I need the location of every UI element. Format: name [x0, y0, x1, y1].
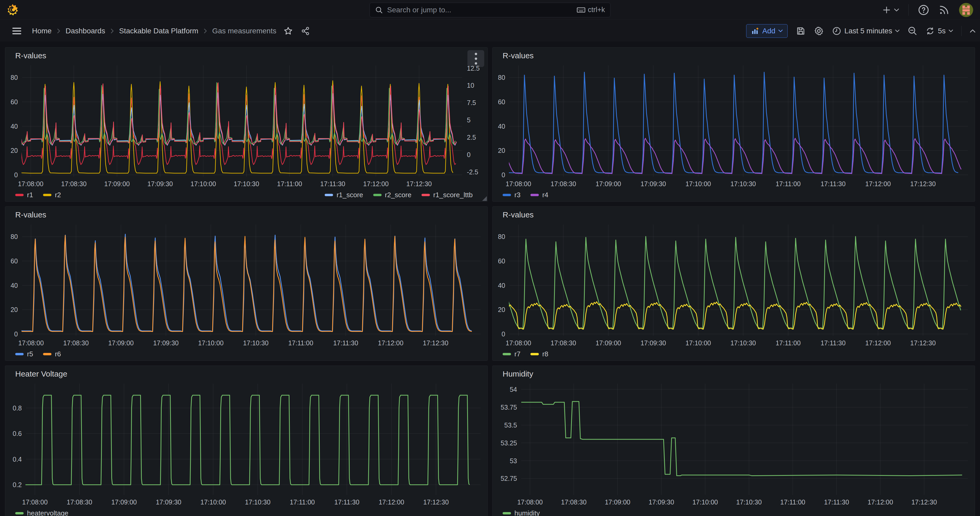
legend-label: humidity [514, 509, 540, 516]
legend-label: r1_score_lttb [433, 191, 473, 199]
legend-swatch [15, 512, 24, 514]
star-icon[interactable] [284, 27, 293, 35]
y-right-tick-label: 7.5 [467, 99, 476, 106]
legend-label: r1 [27, 191, 33, 199]
collapse-up-icon[interactable] [970, 29, 975, 33]
x-tick-label: 17:08:00 [517, 498, 543, 506]
legend-item-r6[interactable]: r6 [43, 350, 61, 358]
news-rss-icon[interactable] [939, 5, 950, 16]
breadcrumb-folder[interactable]: Stackable Data Platform [119, 27, 199, 35]
y-tick-label: 20 [11, 306, 18, 313]
legend-item-r7[interactable]: r7 [503, 350, 520, 358]
resize-handle[interactable] [482, 196, 487, 201]
series-line-r6[interactable] [21, 236, 472, 332]
series-line-r5[interactable] [20, 234, 472, 331]
help-icon[interactable] [918, 5, 929, 16]
breadcrumb: Home Dashboards Stackable Data Platform … [32, 27, 276, 35]
chart-canvas-heater-voltage[interactable]: 0.20.40.60.817:08:0017:08:3017:09:0017:0… [5, 379, 487, 508]
add-panel-icon [751, 27, 759, 35]
legend-item-r1[interactable]: r1 [15, 191, 33, 199]
time-range-picker[interactable]: Last 5 minutes [832, 27, 899, 35]
chevron-down-icon [895, 29, 899, 32]
series-line-r1[interactable] [19, 94, 456, 165]
x-tick-label: 17:12:00 [379, 498, 404, 506]
x-tick-label: 17:08:30 [550, 339, 576, 347]
new-button[interactable] [882, 5, 899, 14]
panel-title[interactable]: R-values [15, 51, 46, 60]
legend-item-r1_score_lttb[interactable]: r1_score_lttb [422, 191, 473, 199]
x-tick-label: 17:09:00 [595, 180, 621, 188]
x-tick-label: 17:12:00 [868, 498, 893, 506]
legend-item-r4[interactable]: r4 [530, 191, 548, 199]
panel-title[interactable]: R-values [503, 210, 534, 219]
x-tick-label: 17:12:00 [865, 339, 891, 347]
legend-swatch [503, 512, 511, 514]
grafana-logo[interactable] [6, 3, 19, 17]
y-right-tick-label: -2.5 [467, 168, 478, 176]
x-tick-label: 17:12:30 [406, 180, 432, 188]
x-tick-label: 17:10:30 [736, 498, 762, 506]
series-line-r1_score_lttb[interactable] [20, 83, 457, 145]
breadcrumb-dashboards[interactable]: Dashboards [65, 27, 105, 35]
share-icon[interactable] [301, 27, 310, 35]
chart-canvas-r-values[interactable]: 02040608017:08:0017:08:3017:09:0017:09:3… [493, 61, 975, 190]
time-range-label: Last 5 minutes [844, 27, 892, 35]
chart-canvas-humidity[interactable]: 52.755353.2553.553.755417:08:0017:08:301… [493, 379, 975, 508]
series-line-r7[interactable] [507, 236, 961, 328]
legend-item-r3[interactable]: r3 [503, 191, 520, 199]
panel-title[interactable]: R-values [15, 210, 46, 219]
x-tick-label: 17:08:30 [61, 180, 87, 188]
legend-item-r8[interactable]: r8 [530, 350, 548, 358]
legend-item-heatervoltage[interactable]: heatervoltage [15, 509, 68, 516]
gridlines [509, 65, 968, 177]
legend-item-r5[interactable]: r5 [15, 350, 33, 358]
chart-canvas-r-values[interactable]: 02040608017:08:0017:08:3017:09:0017:09:3… [493, 220, 975, 349]
legend-label: r3 [514, 191, 520, 199]
legend-item-humidity[interactable]: humidity [503, 509, 540, 516]
x-tick-label: 17:11:00 [277, 180, 302, 188]
legend-label: r8 [542, 350, 548, 358]
chevron-down-icon [778, 29, 783, 32]
panel-title[interactable]: Heater Voltage [15, 369, 67, 378]
series-line-heatervoltage[interactable] [23, 395, 469, 485]
y-tick-label: 0 [14, 171, 18, 178]
panel-title[interactable]: R-values [503, 51, 534, 60]
x-tick-label: 17:10:30 [243, 339, 269, 347]
zoom-out-icon[interactable] [908, 26, 917, 36]
chart-canvas-r-values[interactable]: 02040608017:08:0017:08:3017:09:0017:09:3… [5, 220, 487, 349]
legend-item-r2[interactable]: r2 [43, 191, 61, 199]
avatar[interactable] [959, 3, 973, 17]
save-icon[interactable] [796, 26, 805, 36]
panel-r-values-2: R-values02040608017:08:0017:08:3017:09:0… [5, 206, 488, 361]
series-line-humidity[interactable] [521, 401, 962, 476]
refresh-picker[interactable]: 5s [926, 27, 953, 35]
legend-item-r1_score[interactable]: r1_score [325, 191, 363, 199]
legend-item-r2_score[interactable]: r2_score [373, 191, 412, 199]
x-tick-label: 17:08:00 [22, 498, 48, 506]
y-right-tick-label: 2.5 [467, 134, 476, 141]
x-tick-label: 17:12:30 [911, 498, 937, 506]
legend-label: r5 [27, 350, 33, 358]
refresh-icon [926, 27, 935, 35]
clock-icon [832, 27, 841, 35]
y-tick-label: 53.5 [504, 422, 517, 429]
menu-icon[interactable] [12, 27, 22, 35]
y-tick-label: 0 [501, 330, 505, 338]
search-placeholder: Search or jump to... [387, 6, 573, 14]
y-tick-label: 0.2 [13, 481, 22, 489]
panel-title[interactable]: Humidity [503, 369, 533, 378]
breadcrumb-home[interactable]: Home [32, 27, 52, 35]
search-input[interactable]: Search or jump to... ctrl+k [369, 3, 611, 18]
x-tick-label: 17:10:00 [198, 339, 224, 347]
add-button[interactable]: Add [746, 24, 788, 38]
chart-canvas-r-values[interactable]: 020406080-2.502.557.51012.517:08:0017:08… [5, 61, 487, 190]
x-tick-label: 17:08:30 [67, 498, 92, 506]
y-tick-label: 40 [498, 282, 505, 289]
x-tick-label: 17:09:00 [104, 180, 130, 188]
settings-gear-icon[interactable] [814, 26, 824, 36]
x-tick-label: 17:09:00 [595, 339, 621, 347]
legend-swatch [503, 194, 511, 196]
panel-legend: r1r2r1_scorer2_scorer1_score_lttb [5, 190, 487, 201]
series-line-r4[interactable] [507, 139, 961, 174]
series-line-r3[interactable] [506, 72, 958, 173]
